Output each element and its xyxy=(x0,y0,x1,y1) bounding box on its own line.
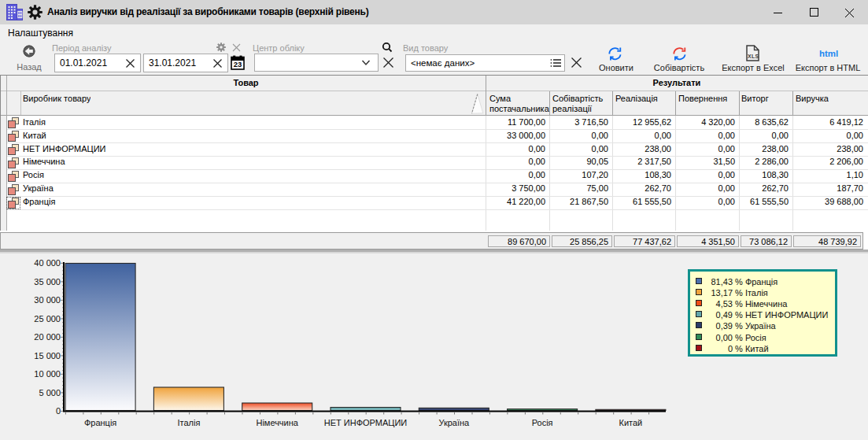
svg-text:40 000: 40 000 xyxy=(34,258,61,268)
svg-text:30 000: 30 000 xyxy=(34,295,61,305)
svg-text:25 000: 25 000 xyxy=(34,314,61,324)
svg-text:Україна: Україна xyxy=(438,418,470,427)
svg-text:Італія: Італія xyxy=(177,418,200,427)
svg-text:Німеччина: Німеччина xyxy=(256,418,298,427)
svg-text:5 000: 5 000 xyxy=(39,388,61,397)
svg-text:23: 23 xyxy=(234,60,242,68)
svg-text:0: 0 xyxy=(56,406,61,416)
svg-text:Китай: Китай xyxy=(619,418,643,427)
svg-text:НЕТ ИНФОРМАЦИИ: НЕТ ИНФОРМАЦИИ xyxy=(324,418,408,427)
svg-text:20 000: 20 000 xyxy=(34,332,61,342)
svg-text:XLS: XLS xyxy=(748,54,759,59)
svg-text:35 000: 35 000 xyxy=(34,277,61,287)
svg-text:15 000: 15 000 xyxy=(34,351,61,361)
svg-text:10 000: 10 000 xyxy=(34,369,61,379)
svg-text:Франція: Франція xyxy=(84,418,116,427)
svg-text:Росія: Росія xyxy=(532,418,553,427)
